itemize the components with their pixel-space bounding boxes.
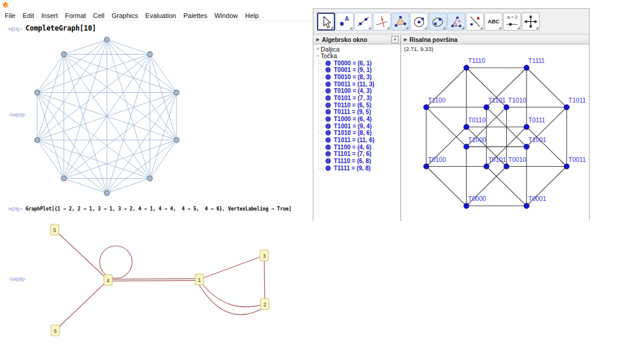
point-T0001[interactable] [524, 203, 530, 209]
point-visibility-bullet[interactable] [325, 95, 331, 101]
menu-item-graphics[interactable]: Graphics [112, 12, 138, 19]
point-visibility-bullet[interactable] [325, 116, 331, 122]
algebra-point-item[interactable]: T1100 = (4, 6) [313, 143, 400, 151]
algebra-point-item[interactable]: T0001 = (9, 1) [313, 67, 400, 74]
point-T1001[interactable] [524, 144, 530, 149]
point-visibility-bullet[interactable] [325, 124, 331, 129]
graph-vertex [35, 90, 40, 95]
point-label: T0111 [528, 116, 545, 124]
algebra-point-item[interactable]: T1111 = (9, 8) [313, 165, 400, 172]
point-visibility-bullet[interactable] [325, 158, 331, 164]
graphics-view[interactable]: T0000T0001T0010T0011T0100T0101T0110T0111… [402, 44, 589, 221]
graph-vertex [61, 52, 66, 56]
tree-connector [318, 101, 324, 106]
point-visibility-bullet[interactable] [325, 109, 331, 115]
svg-text:3: 3 [263, 253, 266, 259]
point-T1011[interactable] [564, 104, 569, 110]
geogebra-toolbar: A α ABC a = 2 [313, 9, 589, 34]
point-visibility-bullet[interactable] [325, 130, 331, 136]
close-icon[interactable]: × [391, 36, 399, 43]
point-T1110[interactable] [463, 65, 469, 71]
menu-item-format[interactable]: Format [65, 12, 86, 19]
point-T1010[interactable] [504, 104, 509, 110]
point-visibility-bullet[interactable] [325, 67, 331, 73]
menu-item-edit[interactable]: Edit [23, 12, 34, 19]
algebra-point-item[interactable]: T1101 = (7, 6) [313, 151, 400, 158]
point-T1111[interactable] [524, 65, 530, 71]
point-visibility-bullet[interactable] [325, 145, 331, 150]
algebra-point-item[interactable]: T0011 = (11, 3) [313, 80, 400, 88]
tool-polygon-button[interactable] [391, 13, 409, 31]
point-T0100[interactable] [424, 164, 429, 169]
algebra-point-item[interactable]: T1011 = (11, 6) [313, 137, 400, 144]
collapse-icon[interactable]: − [315, 53, 321, 59]
algebra-group-tocka[interactable]: −Točka [313, 53, 400, 60]
algebra-point-item[interactable]: T1110 = (6, 8) [313, 158, 400, 165]
point-visibility-bullet[interactable] [325, 103, 331, 108]
tree-connector [318, 94, 324, 99]
tool-reflect-button[interactable] [466, 13, 484, 31]
tool-conic-button[interactable] [429, 13, 447, 31]
tool-angle-button[interactable]: α [447, 13, 465, 31]
notebook-cell-2: In[28]:= GraphPlot[{1 → 2, 2 → 1, 3 → 1,… [8, 206, 292, 212]
point-label: T0011 [569, 156, 586, 163]
tool-point-button[interactable]: A [336, 13, 354, 31]
menu-item-palettes[interactable]: Palettes [183, 12, 207, 19]
point-visibility-bullet[interactable] [325, 166, 331, 171]
menu-item-cell[interactable]: Cell [93, 12, 104, 19]
algebra-point-item[interactable]: T0110 = (6, 5) [313, 101, 400, 109]
menu-item-insert[interactable]: Insert [41, 12, 58, 19]
point-label: T0100 [428, 156, 446, 163]
expand-icon[interactable]: + [315, 46, 321, 52]
point-T0010[interactable] [504, 164, 509, 169]
algebra-point-item[interactable]: T1001 = (9, 4) [313, 122, 400, 130]
algebra-point-item[interactable]: T0010 = (8, 3) [313, 74, 400, 81]
complete-graph-output [24, 35, 190, 198]
panel-expander-icon[interactable]: ▶ [316, 37, 319, 42]
algebra-point-item[interactable]: T0100 = (4, 3) [313, 88, 400, 95]
in-label: In[23]:= [8, 27, 23, 31]
point-T1101[interactable] [484, 104, 489, 110]
point-visibility-bullet[interactable] [325, 82, 331, 87]
panel-expander-icon[interactable]: ▶ [404, 37, 407, 42]
point-T1000[interactable] [463, 144, 469, 149]
point-T0111[interactable] [524, 124, 530, 130]
menu-item-window[interactable]: Window [214, 12, 238, 19]
tool-circle-button[interactable] [410, 13, 428, 31]
algebra-point-item[interactable]: T0111 = (9, 5) [313, 109, 400, 116]
point-visibility-bullet[interactable] [325, 151, 331, 157]
graph-node-4: 4 [104, 275, 112, 285]
algebra-group-daljica[interactable]: +Daljica [313, 46, 400, 53]
code-input[interactable]: GraphPlot[{1 → 2, 2 → 1, 3 → 1, 3 → 2, 4… [26, 206, 292, 212]
menu-item-evaluation[interactable]: Evaluation [145, 12, 176, 19]
tool-perpendicular-line-button[interactable] [373, 13, 391, 31]
tool-move-graphics-view-button[interactable] [522, 13, 540, 31]
point-definition: T1011 = (11, 6) [334, 137, 375, 143]
point-T0011[interactable] [564, 164, 569, 169]
tool-text-button[interactable]: ABC [485, 13, 503, 31]
menu-item-file[interactable]: File [5, 12, 16, 19]
point-T0101[interactable] [484, 164, 489, 169]
group-label: Daljica [321, 46, 340, 53]
tree-connector [318, 115, 324, 121]
code-input[interactable]: CompleteGraph[10] [26, 24, 97, 32]
point-visibility-bullet[interactable] [325, 88, 331, 94]
point-definition: T1001 = (9, 4) [334, 123, 372, 130]
point-visibility-bullet[interactable] [325, 137, 331, 143]
algebra-point-item[interactable]: T0000 = (6, 1) [313, 59, 400, 67]
tool-slider-button[interactable]: a = 2 [503, 13, 521, 31]
point-definition: T0110 = (6, 5) [334, 102, 372, 109]
tool-move-button[interactable] [317, 13, 335, 31]
tool-line-button[interactable] [354, 13, 372, 31]
algebra-point-item[interactable]: T1010 = (8, 6) [313, 130, 400, 137]
algebra-point-item[interactable]: T0101 = (7, 3) [313, 95, 400, 102]
point-visibility-bullet[interactable] [325, 61, 331, 66]
svg-text:6: 6 [54, 328, 57, 334]
point-T1100[interactable] [424, 104, 429, 110]
point-T0110[interactable] [463, 124, 469, 130]
algebra-point-item[interactable]: T1000 = (6, 4) [313, 116, 400, 123]
tree-connector [318, 150, 324, 155]
point-visibility-bullet[interactable] [325, 74, 331, 80]
menu-item-help[interactable]: Help [245, 12, 259, 19]
point-T0000[interactable] [463, 203, 469, 209]
